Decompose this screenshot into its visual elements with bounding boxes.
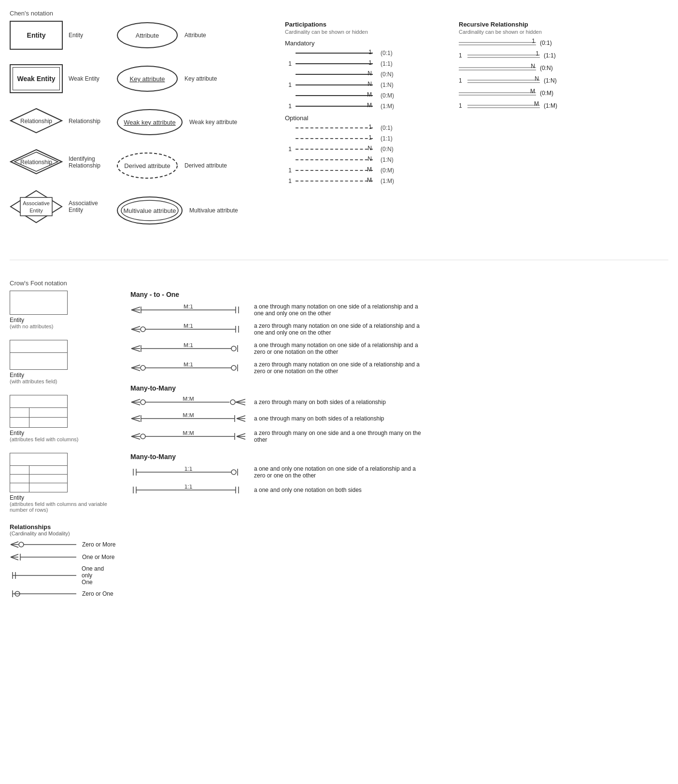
weak-entity-shape: Weak Entity: [10, 64, 63, 93]
mm-desc-3: a zero through many on one side and a on…: [254, 430, 428, 443]
11-row-1: 1:1 a one and only one notation on one s…: [130, 465, 668, 479]
svg-point-47: [141, 327, 145, 332]
cf-entity-cols-box: [10, 395, 68, 428]
optional-row-1: 1 (0:1): [285, 125, 449, 131]
mandatory-row-3: N (0:N): [285, 71, 449, 78]
svg-line-22: [11, 545, 18, 547]
weak-key-attr-label: Weak key attribute: [189, 119, 237, 126]
optional-label: Optional: [285, 114, 449, 122]
svg-line-70: [131, 402, 140, 405]
svg-line-44: [131, 326, 140, 329]
relationship-diamond: Relationship: [10, 108, 63, 134]
svg-line-94: [237, 434, 245, 436]
cf-entity-varrows: Entity (attributes field with columns an…: [10, 453, 116, 513]
svg-text:M:M: M:M: [183, 397, 194, 402]
11-line-2: 1:1: [130, 485, 246, 495]
recursive-col: Recursive Relationship Cardinality can b…: [459, 21, 594, 188]
svg-line-27: [11, 557, 18, 560]
cf-entity-attr-sublabel: (with attributes field): [10, 378, 116, 384]
svg-text:M:1: M:1: [184, 343, 193, 349]
cf-entity-simple-box: [10, 291, 68, 315]
rel-zero-one: Zero or One: [10, 589, 116, 598]
svg-text:Relationship: Relationship: [20, 159, 52, 166]
cf-entity-varrows-sublabel: (attributes field with columns and varia…: [10, 501, 116, 513]
rec-row-1: 1 (0:1): [459, 40, 594, 52]
svg-point-71: [141, 400, 145, 405]
mm-row-2: M:M a one through many on both sides of …: [130, 413, 668, 424]
multivalue-attr-label: Multivalue attribute: [189, 207, 238, 214]
svg-point-57: [231, 346, 236, 351]
optional-row-4: N (1:N): [285, 156, 449, 163]
crows-title: Crow's Foot notation: [10, 280, 668, 287]
m1-line-2: M:1: [130, 324, 246, 335]
rec-row-2: 1 1 (1:1): [459, 52, 594, 65]
derived-attr-label: Derived attribute: [184, 162, 227, 169]
svg-point-63: [141, 365, 145, 370]
svg-text:M:1: M:1: [184, 324, 193, 329]
mandatory-row-4: 1 N (1:N): [285, 82, 449, 88]
svg-point-101: [231, 470, 236, 475]
many-to-many-title: Many-to-Many: [130, 384, 668, 392]
mandatory-row-1: 1 (0:1): [285, 50, 449, 56]
svg-line-25: [11, 554, 18, 557]
mm-row-1: M:M a zero through many on both sides of…: [130, 397, 668, 407]
svg-line-84: [237, 416, 245, 419]
weak-entity-row: Weak Entity Weak Entity: [10, 64, 106, 93]
svg-line-54: [131, 349, 140, 351]
assoc-entity-row: Associative Entity Associative Entity: [10, 190, 106, 224]
cf-entity-simple-label: Entity: [10, 317, 116, 323]
svg-line-96: [237, 436, 245, 439]
one-only-label: One and onlyOne: [82, 565, 116, 586]
mandatory-row-5: M (0:M): [285, 92, 449, 99]
m1-line-4: M:1: [130, 363, 246, 373]
rec-row-3: N (0:N): [459, 65, 594, 77]
svg-text:Derived attribute: Derived attribute: [124, 162, 170, 169]
rel-zero-more: Zero or More: [10, 540, 116, 549]
chens-title: Chen's notation: [10, 10, 668, 17]
svg-point-73: [230, 400, 235, 405]
m1-desc-4: a zero through many notation on one side…: [254, 361, 428, 375]
relationship-label: Relationship: [69, 118, 100, 125]
svg-point-23: [19, 542, 24, 547]
svg-line-76: [236, 402, 245, 405]
svg-line-68: [131, 399, 140, 402]
assoc-entity-shape: Associative Entity: [10, 190, 63, 224]
rel-one-only: One and onlyOne: [10, 565, 116, 586]
attribute-label: Attribute: [184, 32, 206, 39]
derived-attr-row: Derived attribute Derived attribute: [116, 151, 280, 180]
separator: [10, 260, 668, 260]
rec-row-4: 1 N (1:N): [459, 77, 594, 90]
svg-text:M:M: M:M: [183, 431, 194, 436]
svg-line-90: [131, 436, 140, 439]
mm-line-2: M:M: [130, 413, 246, 424]
zero-more-label: Zero or More: [82, 541, 115, 548]
multivalue-attr-ellipse: Multivalue attribute: [116, 196, 184, 225]
svg-line-88: [131, 434, 140, 436]
recursive-title: Recursive Relationship: [459, 21, 594, 28]
key-attr-ellipse: Key attribute: [116, 65, 179, 93]
one-more-label: One or More: [82, 554, 114, 560]
cf-entity-simple-sublabel: (with no attributes): [10, 323, 116, 329]
crows-diagrams-col: Many - to - One M:1: [130, 291, 668, 501]
relationships-section: Relationships (Cardinality and Modality): [10, 523, 116, 598]
m1-line-3: M:1: [130, 343, 246, 354]
svg-text:Relationship: Relationship: [20, 118, 52, 125]
mm-line-1: M:M: [130, 397, 246, 407]
attribute-row: Attribute Attribute: [116, 21, 280, 50]
optional-row-5: 1 M (0:M): [285, 167, 449, 174]
weak-key-attr-row: Weak key attribute Weak key attribute: [116, 108, 280, 137]
svg-text:Key attribute: Key attribute: [130, 75, 165, 83]
cf-entity-simple: Entity (with no attributes): [10, 291, 116, 329]
11-desc-2: a one and only one notation on both side…: [254, 487, 362, 493]
participations-title: Participations: [285, 21, 449, 28]
cf-entity-varrows-label: Entity: [10, 494, 116, 501]
svg-line-36: [131, 307, 140, 310]
entity-label: Entity: [69, 32, 83, 39]
optional-row-6: 1 M (1:M): [285, 178, 449, 184]
svg-point-91: [141, 434, 145, 439]
svg-text:M:1: M:1: [184, 363, 193, 368]
svg-line-38: [131, 310, 140, 313]
optional-row-3: 1 N (0:N): [285, 146, 449, 153]
key-attr-label: Key attribute: [184, 75, 217, 82]
svg-text:Weak key attribute: Weak key attribute: [124, 119, 175, 126]
